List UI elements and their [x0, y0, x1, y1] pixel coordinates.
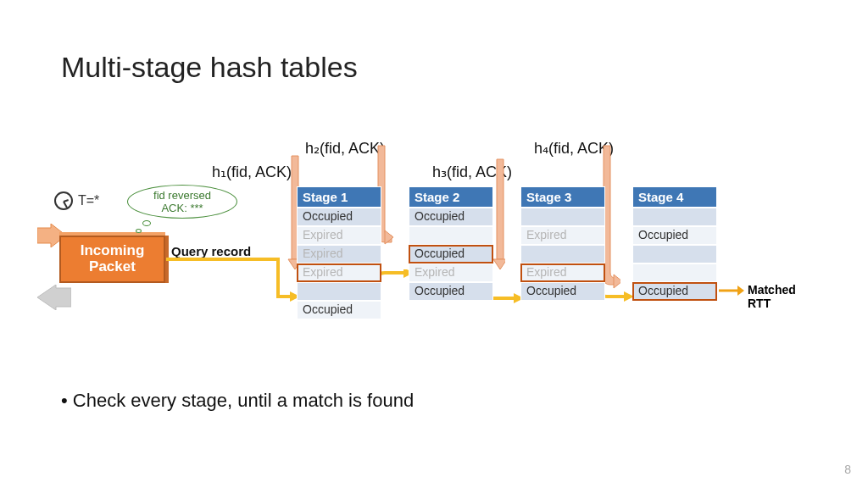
- stage-header: Stage 3: [520, 186, 605, 208]
- diagram: h₁(fid, ACK) h₂(fid, ACK) h₃(fid, ACK) h…: [59, 136, 805, 381]
- query-record-label: Query record: [171, 244, 251, 258]
- table-row: Occupied: [297, 301, 381, 319]
- matched-arrow-icon: [719, 285, 744, 297]
- clock: T=*: [54, 191, 99, 210]
- slide-number: 8: [844, 463, 851, 476]
- slide-title: Multi-stage hash tables: [61, 51, 358, 84]
- bubble-dot-icon: [142, 220, 151, 226]
- stage-4: Stage 4 Occupied Occupied: [632, 186, 717, 301]
- table-row: [520, 245, 605, 263]
- slide-bullet: • Check every stage, until a match is fo…: [61, 390, 414, 412]
- table-row: Expired: [520, 226, 605, 245]
- incoming-packet: Incoming Packet: [59, 236, 165, 283]
- stage-1: Stage 1 Occupied Expired Expired Expired…: [297, 186, 381, 319]
- svg-marker-11: [737, 286, 744, 296]
- bubble-dot-icon: [136, 229, 142, 233]
- path-arrow-1-icon: [164, 258, 300, 308]
- stage-3: Stage 3 Expired Expired Occupied: [520, 186, 605, 301]
- packet-label-1: Incoming: [81, 243, 145, 259]
- hash-2-label: h₂(fid, ACK): [305, 139, 385, 158]
- table-row: Expired: [409, 263, 493, 282]
- table-row-selected: Expired: [297, 263, 381, 282]
- stage-header: Stage 4: [632, 186, 717, 208]
- table-row: Expired: [297, 245, 381, 263]
- table-row-selected: Occupied: [632, 282, 717, 301]
- table-row: Expired: [297, 226, 381, 245]
- hash-1-label: h₁(fid, ACK): [212, 163, 292, 181]
- table-row: Occupied: [520, 282, 605, 301]
- bubble-line1: fid reversed: [153, 189, 211, 202]
- hash-arrow-3-icon: [492, 156, 505, 271]
- table-row: [297, 282, 381, 301]
- table-row: Occupied: [632, 226, 717, 245]
- thought-bubble: fid reversed ACK: ***: [127, 185, 237, 219]
- bubble-line2: ACK: ***: [161, 202, 203, 214]
- outgoing-arrow-icon: [34, 285, 71, 310]
- table-row: [632, 245, 717, 263]
- clock-icon: [54, 191, 73, 210]
- table-row-selected: Occupied: [409, 245, 493, 263]
- stage-2: Stage 2 Occupied Occupied Expired Occupi…: [409, 186, 493, 301]
- table-row: Occupied: [297, 208, 381, 226]
- stage-header: Stage 1: [297, 186, 381, 208]
- table-row: [409, 226, 493, 245]
- clock-label: T=*: [78, 193, 99, 208]
- table-row: [632, 208, 717, 226]
- table-row: Occupied: [409, 208, 493, 226]
- table-row: Occupied: [409, 282, 493, 301]
- svg-marker-1: [37, 285, 71, 310]
- table-row: [520, 208, 605, 226]
- table-row-selected: Expired: [520, 263, 605, 282]
- matched-rtt-label: Matched RTT: [748, 283, 805, 310]
- table-row: [632, 263, 717, 282]
- packet-label-2: Packet: [89, 259, 136, 275]
- stage-header: Stage 2: [409, 186, 493, 208]
